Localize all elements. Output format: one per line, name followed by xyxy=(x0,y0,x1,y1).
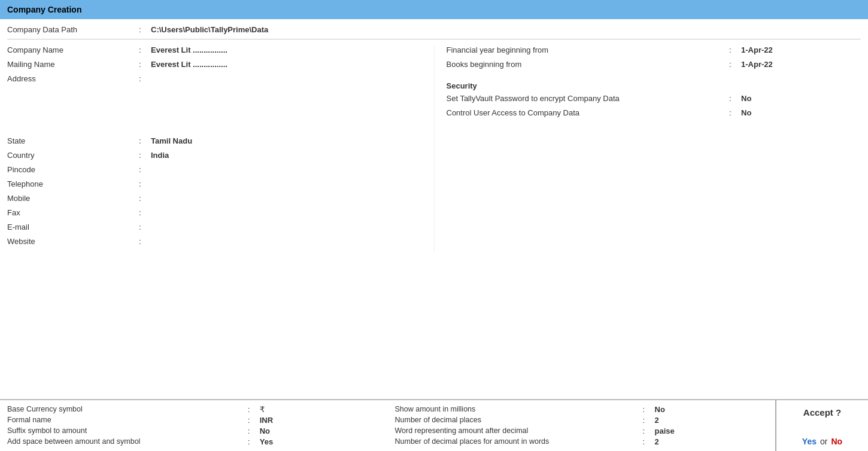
or-label: or xyxy=(820,437,827,446)
add-space-label: Add space between amount and symbol xyxy=(7,437,248,446)
bottom-mid-section: Show amount in millions : No Number of d… xyxy=(388,400,776,451)
no-button[interactable]: No xyxy=(831,437,842,446)
address-label: Address xyxy=(7,74,139,83)
country-value[interactable]: India xyxy=(151,151,169,160)
control-user-label: Control User Access to Company Data xyxy=(447,108,730,117)
tallyvault-row: Set TallyVault Password to encrypt Compa… xyxy=(447,94,861,107)
company-name-label: Company Name xyxy=(7,45,139,54)
country-row: Country : India xyxy=(7,151,422,164)
top-section: Company Data Path : C:\Users\Public\Tall… xyxy=(0,19,868,400)
books-begin-row: Books beginning from : 1-Apr-22 xyxy=(447,60,861,73)
word-after-decimal-label: Word representing amount after decimal xyxy=(395,426,643,435)
state-label: State xyxy=(7,136,139,145)
website-row: Website : xyxy=(7,237,422,250)
mailing-name-row: Mailing Name : Everest Lit .............… xyxy=(7,60,422,73)
fax-label: Fax xyxy=(7,208,139,217)
financial-year-value[interactable]: 1-Apr-22 xyxy=(741,45,861,54)
two-col-layout: Company Name : Everest Lit .............… xyxy=(7,45,861,251)
mailing-name-value[interactable]: Everest Lit ................ xyxy=(151,60,227,69)
email-label: E-mail xyxy=(7,223,139,231)
company-name-value[interactable]: Everest Lit ................ xyxy=(151,45,227,54)
base-currency-value[interactable]: ₹ xyxy=(260,405,381,414)
tallyvault-value[interactable]: No xyxy=(741,94,861,103)
email-row: E-mail : xyxy=(7,223,422,236)
show-millions-value[interactable]: No xyxy=(655,405,769,414)
show-millions-label: Show amount in millions xyxy=(395,405,643,414)
suffix-symbol-label: Suffix symbol to amount xyxy=(7,426,248,435)
country-label: Country xyxy=(7,151,139,160)
company-name-row: Company Name : Everest Lit .............… xyxy=(7,45,422,59)
financial-year-label: Financial year beginning from xyxy=(447,45,730,54)
control-user-row: Control User Access to Company Data : No xyxy=(447,108,861,121)
suffix-symbol-value[interactable]: No xyxy=(260,426,381,435)
pincode-row: Pincode : xyxy=(7,165,422,178)
data-path-value[interactable]: C:\Users\Public\TallyPrime\Data xyxy=(151,25,268,34)
fax-row: Fax : xyxy=(7,208,422,221)
data-path-label: Company Data Path xyxy=(7,25,139,34)
base-currency-label: Base Currency symbol xyxy=(7,405,248,414)
title-text: Company Creation xyxy=(7,5,81,14)
tallyvault-label: Set TallyVault Password to encrypt Compa… xyxy=(447,94,730,103)
formal-name-value[interactable]: INR xyxy=(260,416,381,425)
mobile-row: Mobile : xyxy=(7,194,422,207)
books-begin-label: Books beginning from xyxy=(447,60,730,69)
books-begin-value[interactable]: 1-Apr-22 xyxy=(741,60,861,69)
left-column: Company Name : Everest Lit .............… xyxy=(7,45,434,251)
security-header: Security xyxy=(447,81,861,90)
decimal-places-label: Number of decimal places xyxy=(395,416,643,425)
mobile-label: Mobile xyxy=(7,194,139,203)
word-after-decimal-value[interactable]: paise xyxy=(655,426,769,435)
decimal-words-value[interactable]: 2 xyxy=(655,437,769,446)
decimal-places-value[interactable]: 2 xyxy=(655,416,769,425)
title-bar: Company Creation xyxy=(0,0,868,19)
financial-year-row: Financial year beginning from : 1-Apr-22 xyxy=(447,45,861,59)
main-content: Company Data Path : C:\Users\Public\Tall… xyxy=(0,19,868,451)
pincode-label: Pincode xyxy=(7,165,139,174)
bottom-bar: Base Currency symbol : ₹ Formal name : I… xyxy=(0,400,868,451)
telephone-label: Telephone xyxy=(7,179,139,188)
bottom-left-section: Base Currency symbol : ₹ Formal name : I… xyxy=(0,400,388,451)
mailing-name-label: Mailing Name xyxy=(7,60,139,69)
telephone-row: Telephone : xyxy=(7,179,422,193)
yes-button[interactable]: Yes xyxy=(802,437,817,446)
state-value[interactable]: Tamil Nadu xyxy=(151,136,192,145)
left-spacer xyxy=(7,89,422,136)
add-space-value[interactable]: Yes xyxy=(260,437,381,446)
decimal-words-label: Number of decimal places for amount in w… xyxy=(395,437,643,446)
formal-name-label: Formal name xyxy=(7,416,248,425)
right-column: Financial year beginning from : 1-Apr-22… xyxy=(434,45,861,251)
accept-panel: Accept ? Yes or No xyxy=(775,400,868,451)
accept-buttons: Yes or No xyxy=(802,437,842,446)
state-row: State : Tamil Nadu xyxy=(7,136,422,150)
accept-label: Accept ? xyxy=(803,407,841,418)
address-row: Address : xyxy=(7,74,422,87)
data-path-row: Company Data Path : C:\Users\Public\Tall… xyxy=(7,25,861,39)
control-user-value[interactable]: No xyxy=(741,108,861,117)
website-label: Website xyxy=(7,237,139,246)
